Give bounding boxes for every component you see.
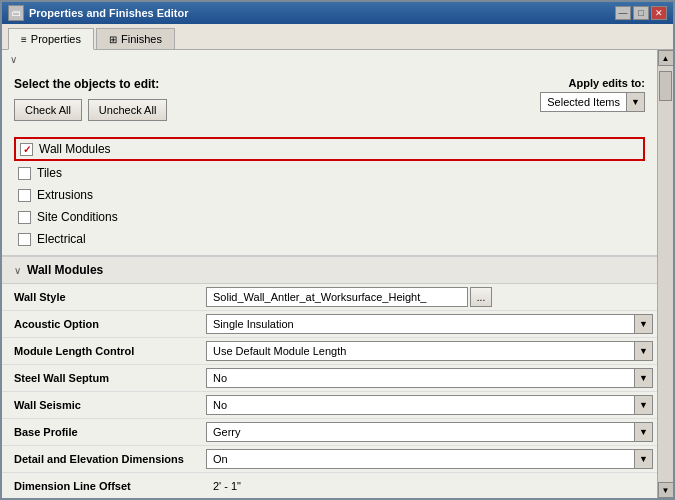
table-row: Detail and Elevation Dimensions On ▼ — [2, 446, 657, 473]
wall-seismic-value: No — [207, 399, 634, 411]
window-title: Properties and Finishes Editor — [29, 7, 189, 19]
uncheck-all-button[interactable]: Uncheck All — [88, 99, 167, 121]
detail-elevation-dropdown[interactable]: On ▼ — [206, 449, 653, 469]
table-row: Acoustic Option Single Insulation ▼ — [2, 311, 657, 338]
scrollbar-thumb[interactable] — [659, 71, 672, 101]
prop-label-base-profile: Base Profile — [2, 419, 202, 446]
apply-edits-dropdown[interactable]: Selected Items ▼ — [540, 92, 645, 112]
wall-modules-section-header: ∨ Wall Modules — [2, 257, 657, 284]
btn-row: Check All Uncheck All — [14, 99, 167, 121]
table-row: Steel Wall Septum No ▼ — [2, 365, 657, 392]
table-row: Dimension Line Offset 2' - 1" — [2, 473, 657, 499]
apply-edits-label: Apply edits to: — [540, 77, 645, 89]
base-profile-dropdown[interactable]: Gerry ▼ — [206, 422, 653, 442]
checkbox-item-tiles: Tiles — [14, 163, 645, 183]
check-all-button[interactable]: Check All — [14, 99, 82, 121]
checkbox-label-tiles: Tiles — [37, 166, 62, 180]
prop-value-module-length: Use Default Module Length ▼ — [202, 338, 657, 365]
checkbox-electrical[interactable] — [18, 233, 31, 246]
module-length-value: Use Default Module Length — [207, 345, 634, 357]
base-profile-value: Gerry — [207, 426, 634, 438]
checkbox-label-wall-modules: Wall Modules — [39, 142, 111, 156]
acoustic-option-dropdown-arrow[interactable]: ▼ — [634, 315, 652, 333]
content-area: ∨ Select the objects to edit: Check All … — [2, 50, 673, 498]
finishes-tab-label: Finishes — [121, 33, 162, 45]
table-row: Base Profile Gerry ▼ — [2, 419, 657, 446]
checkbox-extrusions[interactable] — [18, 189, 31, 202]
table-row: Wall Style ... — [2, 284, 657, 311]
table-row: Module Length Control Use Default Module… — [2, 338, 657, 365]
apply-edits-value: Selected Items — [541, 96, 626, 108]
wall-style-input[interactable] — [206, 287, 468, 307]
detail-elevation-dropdown-arrow[interactable]: ▼ — [634, 450, 652, 468]
checkbox-item-extrusions: Extrusions — [14, 185, 645, 205]
checkbox-item-electrical: Electrical — [14, 229, 645, 249]
select-objects-section: Select the objects to edit: Check All Un… — [2, 69, 657, 256]
prop-label-wall-seismic: Wall Seismic — [2, 392, 202, 419]
window-controls: — □ ✕ — [615, 6, 667, 20]
module-length-dropdown-arrow[interactable]: ▼ — [634, 342, 652, 360]
top-collapse-arrow[interactable]: ∨ — [10, 54, 17, 65]
dimension-line-offset-value: 2' - 1" — [206, 476, 653, 496]
module-length-dropdown[interactable]: Use Default Module Length ▼ — [206, 341, 653, 361]
main-window: 🗃 Properties and Finishes Editor — □ ✕ ≡… — [0, 0, 675, 500]
checkbox-item-wall-modules: Wall Modules — [14, 137, 645, 161]
checkbox-wall-modules[interactable] — [20, 143, 33, 156]
acoustic-option-dropdown[interactable]: Single Insulation ▼ — [206, 314, 653, 334]
wall-style-input-group: ... — [206, 287, 653, 307]
prop-value-wall-seismic: No ▼ — [202, 392, 657, 419]
wall-seismic-dropdown-arrow[interactable]: ▼ — [634, 396, 652, 414]
wall-seismic-dropdown[interactable]: No ▼ — [206, 395, 653, 415]
main-content: ∨ Select the objects to edit: Check All … — [2, 50, 657, 498]
top-collapse-row: ∨ — [2, 50, 657, 69]
wall-modules-collapse-arrow[interactable]: ∨ — [14, 265, 21, 276]
select-objects-label: Select the objects to edit: Check All Un… — [14, 77, 167, 129]
maximize-button[interactable]: □ — [633, 6, 649, 20]
close-button[interactable]: ✕ — [651, 6, 667, 20]
wall-modules-section-title: Wall Modules — [27, 263, 103, 277]
title-bar-left: 🗃 Properties and Finishes Editor — [8, 5, 189, 21]
prop-value-acoustic-option: Single Insulation ▼ — [202, 311, 657, 338]
prop-label-detail-elevation: Detail and Elevation Dimensions — [2, 446, 202, 473]
prop-value-steel-wall-septum: No ▼ — [202, 365, 657, 392]
wall-modules-properties-section: ∨ Wall Modules Wall Style ... — [2, 256, 657, 498]
prop-label-acoustic-option: Acoustic Option — [2, 311, 202, 338]
table-row: Wall Seismic No ▼ — [2, 392, 657, 419]
prop-value-dimension-line-offset: 2' - 1" — [202, 473, 657, 499]
checkbox-site-conditions[interactable] — [18, 211, 31, 224]
properties-tab-icon: ≡ — [21, 34, 27, 45]
properties-tab-label: Properties — [31, 33, 81, 45]
properties-table: Wall Style ... Acoustic Option — [2, 284, 657, 498]
select-label-text: Select the objects to edit: — [14, 77, 159, 91]
apply-edits-dropdown-arrow[interactable]: ▼ — [626, 93, 644, 111]
window-icon: 🗃 — [8, 5, 24, 21]
prop-value-wall-style: ... — [202, 284, 657, 311]
scrollbar: ▲ ▼ — [657, 50, 673, 498]
title-bar: 🗃 Properties and Finishes Editor — □ ✕ — [2, 2, 673, 24]
scrollbar-down-button[interactable]: ▼ — [658, 482, 674, 498]
checkbox-label-extrusions: Extrusions — [37, 188, 93, 202]
prop-label-wall-style: Wall Style — [2, 284, 202, 311]
minimize-button[interactable]: — — [615, 6, 631, 20]
acoustic-option-value: Single Insulation — [207, 318, 634, 330]
base-profile-dropdown-arrow[interactable]: ▼ — [634, 423, 652, 441]
select-objects-header: Select the objects to edit: Check All Un… — [14, 77, 645, 129]
prop-label-module-length: Module Length Control — [2, 338, 202, 365]
tab-properties[interactable]: ≡ Properties — [8, 28, 94, 50]
steel-wall-septum-dropdown-arrow[interactable]: ▼ — [634, 369, 652, 387]
scrollbar-thumb-area — [658, 66, 673, 482]
apply-edits-section: Apply edits to: Selected Items ▼ — [540, 77, 645, 112]
tab-finishes[interactable]: ⊞ Finishes — [96, 28, 175, 49]
steel-wall-septum-dropdown[interactable]: No ▼ — [206, 368, 653, 388]
scrollbar-up-button[interactable]: ▲ — [658, 50, 674, 66]
checkbox-item-site-conditions: Site Conditions — [14, 207, 645, 227]
prop-value-base-profile: Gerry ▼ — [202, 419, 657, 446]
prop-label-steel-wall-septum: Steel Wall Septum — [2, 365, 202, 392]
prop-value-detail-elevation: On ▼ — [202, 446, 657, 473]
wall-style-browse-button[interactable]: ... — [470, 287, 492, 307]
checkbox-label-electrical: Electrical — [37, 232, 86, 246]
detail-elevation-value: On — [207, 453, 634, 465]
prop-label-dimension-line-offset: Dimension Line Offset — [2, 473, 202, 499]
checkbox-tiles[interactable] — [18, 167, 31, 180]
tab-bar: ≡ Properties ⊞ Finishes — [2, 24, 673, 50]
